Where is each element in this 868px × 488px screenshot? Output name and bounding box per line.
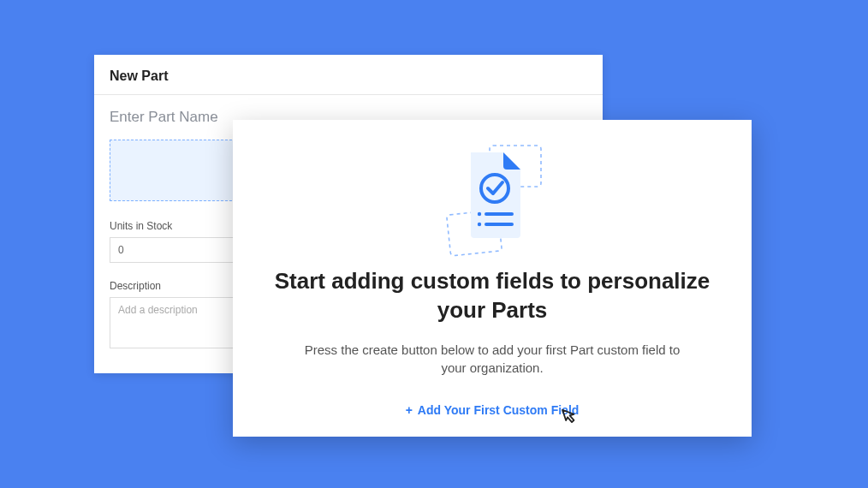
add-first-custom-field-label: Add Your First Custom Field [418, 403, 580, 417]
svg-rect-4 [485, 212, 514, 216]
custom-fields-modal: Start adding custom fields to personaliz… [233, 120, 752, 437]
new-part-title: New Part [110, 68, 587, 84]
svg-point-3 [478, 212, 481, 216]
add-first-custom-field-button[interactable]: + Add Your First Custom Field [406, 403, 580, 417]
custom-fields-heading: Start adding custom fields to personaliz… [264, 267, 721, 325]
svg-rect-6 [485, 223, 514, 226]
custom-fields-subtext: Press the create button below to add you… [291, 341, 693, 378]
new-part-header: New Part [94, 55, 603, 95]
plus-icon: + [406, 403, 413, 417]
custom-fields-illustration [428, 135, 556, 264]
svg-point-5 [478, 223, 481, 226]
